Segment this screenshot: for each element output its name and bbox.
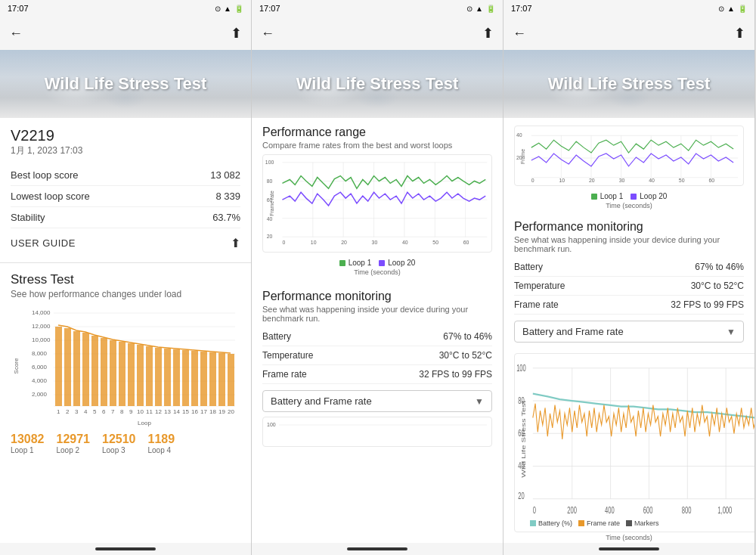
svg-text:1: 1 [57, 408, 60, 415]
svg-text:12: 12 [155, 408, 162, 415]
home-bar-1 [95, 547, 156, 550]
svg-rect-126 [626, 520, 632, 526]
hero-banner-2: Wild Life Stress Test [252, 50, 503, 118]
hero-title-3: Wild Life Stress Test [548, 74, 711, 94]
perf-range-title: Performance range [262, 126, 492, 139]
monitoring-subtitle-3: See what was happening inside your devic… [514, 235, 744, 253]
svg-text:0: 0 [531, 178, 534, 183]
svg-text:20: 20 [589, 178, 595, 183]
wifi-icon-2: ⊙ [466, 5, 472, 13]
svg-text:14: 14 [173, 408, 180, 415]
svg-rect-34 [218, 353, 225, 406]
share-button-2[interactable]: ⬆ [482, 25, 494, 42]
dropdown-label-3: Battery and Frame rate [522, 326, 624, 337]
svg-text:6: 6 [102, 408, 106, 415]
score-label-3: Loop 3 [102, 446, 125, 454]
svg-rect-125 [578, 520, 584, 526]
loop-scores: 13082 Loop 1 12971 Loop 2 12510 Loop 3 1… [11, 433, 240, 454]
score-label-1: Loop 1 [11, 446, 34, 454]
small-x-axis-label: Time (seconds) [514, 202, 744, 209]
stress-subtitle: See how performance changes under load [11, 289, 240, 299]
dropdown-2[interactable]: Battery and Frame rate ▼ [262, 390, 492, 412]
svg-text:17: 17 [200, 408, 207, 415]
svg-text:40: 40 [516, 132, 522, 138]
svg-rect-22 [110, 340, 116, 406]
svg-text:19: 19 [218, 408, 225, 415]
dropdown-arrow-2: ▼ [475, 396, 484, 407]
legend-dot-loop20 [379, 260, 385, 266]
svg-text:16: 16 [191, 408, 198, 415]
stat-row-stability: Stability 63.7% [11, 207, 240, 228]
score-label-2: Loop 2 [57, 446, 80, 454]
monitoring-title-3: Performance monitoring [514, 220, 744, 234]
svg-text:4,000: 4,000 [32, 377, 48, 384]
loop-score-1: 13082 Loop 1 [11, 433, 45, 454]
svg-rect-24 [128, 343, 135, 406]
svg-text:Frame: Frame [520, 149, 525, 164]
status-time-2: 17:07 [259, 4, 280, 13]
share-button-1[interactable]: ⬆ [231, 25, 242, 42]
svg-text:8: 8 [120, 408, 124, 415]
share-icon-small[interactable]: ⬆ [231, 236, 240, 250]
small-legend-dot-loop1 [591, 194, 597, 200]
svg-rect-28 [164, 349, 171, 406]
home-bar-3 [599, 547, 659, 550]
svg-rect-27 [155, 348, 162, 406]
svg-text:0: 0 [282, 240, 285, 245]
svg-text:60: 60 [463, 240, 469, 245]
monitoring-value-temp-3: 30°C to 52°C [691, 281, 744, 291]
perf-range-section: Performance range Compare frame rates fr… [252, 118, 503, 282]
small-legend-dot-loop20 [631, 194, 637, 200]
status-time-3: 17:07 [511, 4, 532, 13]
wifi-icon-3: ⊙ [718, 5, 724, 13]
monitoring-value-fps: 32 FPS to 99 FPS [419, 369, 492, 380]
svg-text:50: 50 [679, 178, 685, 183]
svg-text:7: 7 [111, 408, 115, 415]
signal-icon: ▲ [224, 5, 231, 13]
monitoring-section-3: Performance monitoring See what was happ… [503, 212, 754, 350]
small-chart-section: 40 20 Frame [503, 118, 754, 212]
svg-rect-19 [82, 333, 89, 406]
svg-text:2: 2 [66, 408, 70, 415]
svg-text:20: 20 [228, 408, 234, 415]
battery-icon: 🔋 [234, 5, 243, 13]
svg-rect-29 [173, 349, 180, 406]
svg-rect-21 [101, 338, 107, 406]
content-3: 40 20 Frame [503, 118, 754, 543]
legend-dot-loop1 [339, 260, 345, 266]
svg-text:18: 18 [209, 408, 216, 415]
chart-legend-2: Loop 1 Loop 20 [262, 259, 492, 267]
legend-framerate: Frame rate [578, 519, 620, 527]
monitoring-label-battery: Battery [262, 331, 291, 342]
svg-text:10: 10 [311, 240, 317, 245]
svg-text:2,000: 2,000 [32, 391, 48, 398]
info-section: V2219 1月 1, 2023 17:03 Best loop score 1… [0, 118, 251, 263]
back-button-2[interactable]: ← [261, 26, 274, 42]
share-button-3[interactable]: ⬆ [734, 25, 745, 42]
stress-chart: 14,000 12,000 10,000 8,000 6,000 4,000 2… [11, 305, 240, 426]
svg-rect-124 [530, 520, 536, 526]
stat-row-lowest: Lowest loop score 8 339 [11, 186, 240, 207]
svg-text:800: 800 [682, 504, 692, 515]
legend-markers: Markers [626, 519, 659, 527]
svg-text:4: 4 [84, 408, 88, 415]
monitoring-label-temp: Temperature [262, 350, 313, 361]
stat-label-stability: Stability [11, 212, 45, 223]
svg-text:11: 11 [146, 408, 153, 415]
dropdown-3[interactable]: Battery and Frame rate ▼ [514, 321, 744, 343]
perf-range-subtitle: Compare frame rates from the best and wo… [262, 141, 492, 150]
panel-2: 17:07 ⊙ ▲ 🔋 ← ⬆ Wild Life Stress Test Pe… [252, 0, 503, 555]
monitoring-label-fps-3: Frame rate [514, 299, 559, 310]
back-button-1[interactable]: ← [9, 26, 23, 42]
svg-text:50: 50 [432, 240, 438, 245]
svg-text:100: 100 [267, 422, 276, 427]
signal-icon-3: ▲ [727, 5, 735, 13]
user-guide-row[interactable]: USER GUIDE ⬆ [11, 228, 240, 253]
svg-text:100: 100 [516, 361, 526, 373]
battery-icon-2: 🔋 [486, 5, 495, 13]
hero-banner-3: Wild Life Stress Test [503, 50, 754, 118]
back-button-3[interactable]: ← [513, 26, 526, 42]
legend-markers-label: Markers [634, 519, 659, 527]
score-value-3: 12510 [102, 433, 136, 446]
svg-rect-31 [191, 351, 198, 406]
